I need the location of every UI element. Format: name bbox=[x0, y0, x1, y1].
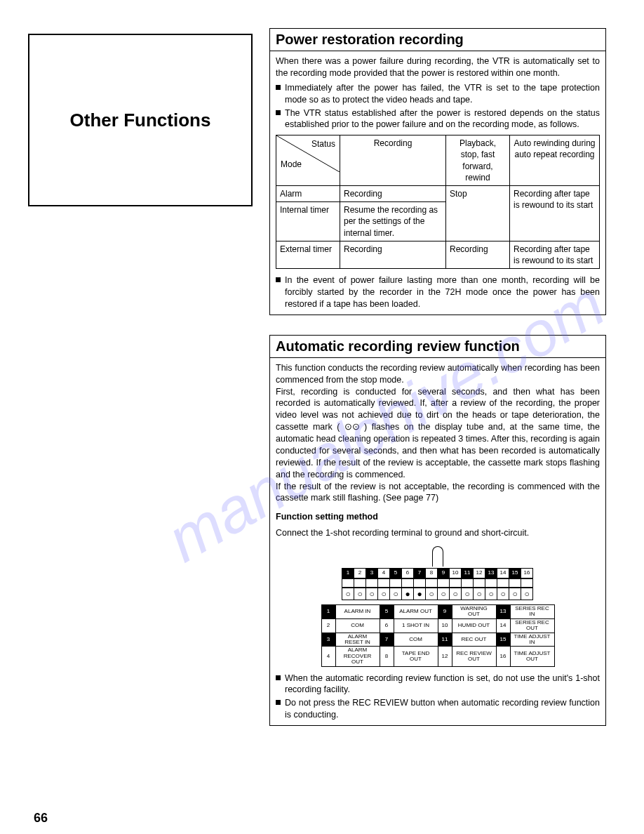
bullet-text: When the automatic recording review func… bbox=[285, 673, 600, 696]
table-corner-mode: Mode bbox=[281, 159, 302, 170]
section1-bullet-2: The VTR status established after the pow… bbox=[276, 107, 600, 131]
square-bullet-icon bbox=[276, 110, 281, 115]
power-restoration-table: Status Mode Recording Playback, stop, fa… bbox=[276, 135, 600, 269]
section2-p2: First, recording is conducted for severa… bbox=[276, 386, 600, 481]
bullet-text: Do not press the REC REVIEW button when … bbox=[285, 697, 600, 721]
short-circuit-arc-icon bbox=[432, 546, 443, 567]
table-cell: Recording after tape is rewound to its s… bbox=[510, 186, 600, 241]
bullet-text: In the event of power failure lasting mo… bbox=[285, 274, 600, 310]
square-bullet-icon bbox=[276, 85, 281, 90]
connect-instruction: Connect the 1-shot recording terminal to… bbox=[276, 527, 600, 539]
chapter-title-box: Other Functions bbox=[28, 34, 253, 206]
terminal-mid-row bbox=[276, 578, 600, 588]
table-row-alarm-mode: Alarm bbox=[276, 186, 340, 202]
table-col-autorewind: Auto rewinding during auto repeat record… bbox=[510, 135, 600, 186]
square-bullet-icon bbox=[276, 277, 281, 282]
section2-p3: If the result of the review is not accep… bbox=[276, 481, 600, 505]
terminal-legend-table: 1ALARM IN 5ALARM OUT 9WARNING OUT 13SERI… bbox=[321, 604, 555, 667]
section2-end-bullet-2: Do not press the REC REVIEW button when … bbox=[276, 697, 600, 721]
bullet-text: The VTR status established after the pow… bbox=[285, 107, 600, 131]
square-bullet-icon bbox=[276, 675, 281, 680]
table-col-playback: Playback, stop, fast forward, rewind bbox=[446, 135, 510, 186]
table-cell: Recording bbox=[446, 241, 510, 268]
section1-title: Power restoration recording bbox=[270, 29, 605, 51]
table-cell: Stop bbox=[446, 186, 510, 241]
table-cell: Recording after tape is rewound to its s… bbox=[510, 241, 600, 268]
chapter-title: Other Functions bbox=[70, 110, 211, 131]
terminal-bottom-row bbox=[276, 588, 600, 600]
table-cell: Recording bbox=[340, 241, 446, 268]
section2-end-bullet-1: When the automatic recording review func… bbox=[276, 673, 600, 696]
bullet-text: Immediately after the power has failed, … bbox=[285, 82, 600, 106]
section-power-restoration: Power restoration recording When there w… bbox=[269, 28, 606, 315]
page-number: 66 bbox=[34, 811, 48, 826]
table-row-external-mode: External timer bbox=[276, 241, 340, 268]
function-setting-heading: Function setting method bbox=[276, 511, 600, 523]
table-corner-status: Status bbox=[311, 138, 335, 150]
table-cell: Recording bbox=[340, 186, 446, 202]
page-content: Other Functions Power restoration record… bbox=[0, 0, 644, 746]
section2-p1: This function conducts the recording rev… bbox=[276, 362, 600, 386]
section2-title: Automatic recording review function bbox=[270, 336, 605, 358]
terminal-diagram: 1234 5678 9101112 13141516 bbox=[276, 546, 600, 667]
section1-after-bullet: In the event of power failure lasting mo… bbox=[276, 274, 600, 310]
square-bullet-icon bbox=[276, 700, 281, 705]
table-row-internal-mode: Internal timer bbox=[276, 202, 340, 241]
section-auto-review: Automatic recording review function This… bbox=[269, 335, 606, 726]
table-col-recording: Recording bbox=[340, 135, 446, 186]
table-cell: Resume the recording as per the settings… bbox=[340, 202, 446, 241]
section1-bullet-1: Immediately after the power has failed, … bbox=[276, 82, 600, 106]
section1-intro: When there was a power failure during re… bbox=[276, 55, 600, 79]
terminal-numbers-row: 1234 5678 9101112 13141516 bbox=[276, 568, 600, 578]
